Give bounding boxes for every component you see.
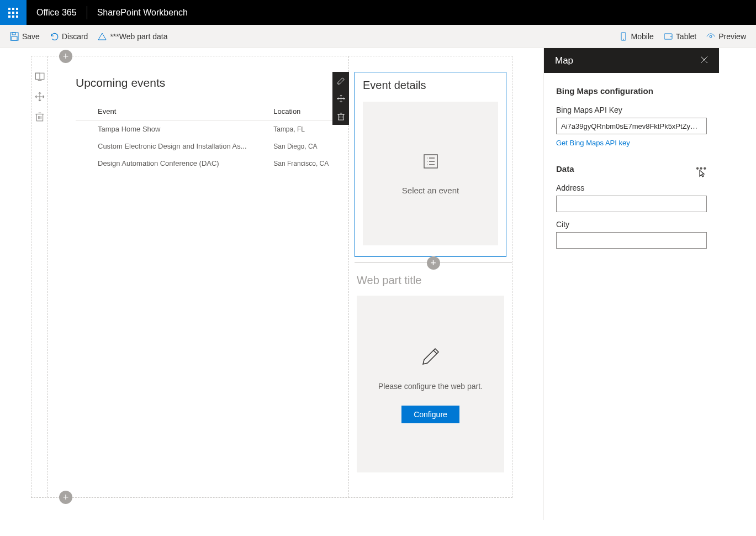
map-webpart: Please configure the web part. Configure — [357, 296, 504, 472]
get-api-key-link[interactable]: Get Bing Maps API key — [556, 139, 630, 147]
pencil-icon — [337, 77, 345, 85]
events-table: Event Location Tampa Home Show Tampa, FL… — [76, 103, 337, 172]
table-row[interactable]: Custom Electronic Design and Installatio… — [76, 138, 337, 155]
svg-rect-1 — [12, 33, 15, 35]
config-group-title: Bing Maps configuration — [556, 86, 707, 96]
warning-icon — [98, 32, 107, 41]
api-key-label: Bing Maps API Key — [556, 106, 707, 114]
svg-point-6 — [670, 36, 671, 36]
discard-button[interactable]: Discard — [50, 32, 88, 41]
tablet-label: Tablet — [676, 32, 696, 41]
divider — [87, 6, 87, 19]
webpart-title-placeholder[interactable]: Web part title — [357, 274, 506, 287]
api-key-input[interactable] — [556, 118, 707, 134]
move-icon — [337, 94, 345, 103]
events-title: Upcoming events — [76, 76, 337, 90]
delete-webpart-button[interactable] — [332, 107, 349, 125]
mobile-icon — [619, 32, 628, 41]
mobile-button[interactable]: Mobile — [619, 32, 654, 41]
col-event: Event — [76, 103, 273, 120]
event-details-title: Event details — [363, 79, 498, 92]
add-section-top[interactable]: + — [59, 50, 72, 63]
trash-icon — [337, 112, 345, 120]
pencil-large-icon — [420, 345, 442, 367]
cursor-icon — [697, 169, 706, 178]
col-location: Location — [273, 103, 337, 120]
placeholder-text: Select an event — [402, 186, 459, 195]
configure-button[interactable]: Configure — [401, 406, 459, 423]
undo-icon — [50, 32, 59, 41]
save-button[interactable]: Save — [10, 32, 40, 41]
table-row[interactable]: Design Automation Conference (DAC) San F… — [76, 155, 337, 172]
pane-title: Map — [555, 55, 700, 66]
preview-button[interactable]: Preview — [706, 32, 746, 41]
close-pane-button[interactable] — [700, 56, 708, 66]
section-delete-icon[interactable] — [35, 112, 45, 122]
svg-rect-17 — [338, 114, 343, 119]
more-options-button[interactable]: ••• — [696, 164, 707, 174]
preview-icon — [706, 32, 715, 41]
webpart-data-label: ***Web part data — [110, 32, 167, 41]
address-input[interactable] — [556, 196, 707, 212]
app-launcher-button[interactable] — [0, 0, 27, 25]
discard-label: Discard — [62, 32, 88, 41]
preview-label: Preview — [718, 32, 746, 41]
add-section-bottom[interactable]: + — [59, 491, 72, 504]
svg-point-7 — [710, 35, 712, 38]
event-details-webpart[interactable]: Event details Select an event — [355, 72, 506, 257]
app-title: SharePoint Workbench — [93, 8, 188, 18]
tablet-button[interactable]: Tablet — [664, 32, 696, 41]
svg-rect-9 — [35, 73, 40, 79]
svg-line-29 — [433, 350, 437, 354]
svg-rect-2 — [12, 36, 17, 40]
data-group-title: Data — [556, 164, 574, 174]
close-icon — [700, 56, 708, 64]
mobile-label: Mobile — [631, 32, 654, 41]
event-details-placeholder: Select an event — [363, 102, 498, 245]
list-icon — [422, 153, 440, 170]
address-label: Address — [556, 183, 707, 192]
tablet-icon — [664, 32, 673, 41]
move-webpart-button[interactable] — [332, 90, 349, 107]
city-input[interactable] — [556, 232, 707, 249]
webpart-toolbar — [332, 72, 349, 125]
product-title: Office 365 — [27, 8, 87, 18]
add-webpart-button[interactable]: + — [427, 256, 440, 270]
save-icon — [10, 32, 19, 41]
webpart-data-button[interactable]: ***Web part data — [98, 32, 167, 41]
configure-message: Please configure the web part. — [378, 381, 483, 392]
city-label: City — [556, 220, 707, 229]
table-row[interactable]: Tampa Home Show Tampa, FL — [76, 120, 337, 138]
waffle-icon — [8, 8, 18, 18]
save-label: Save — [22, 32, 40, 41]
section-move-icon[interactable] — [35, 92, 45, 102]
edit-webpart-button[interactable] — [332, 72, 349, 90]
section-layout-icon[interactable] — [35, 72, 45, 82]
